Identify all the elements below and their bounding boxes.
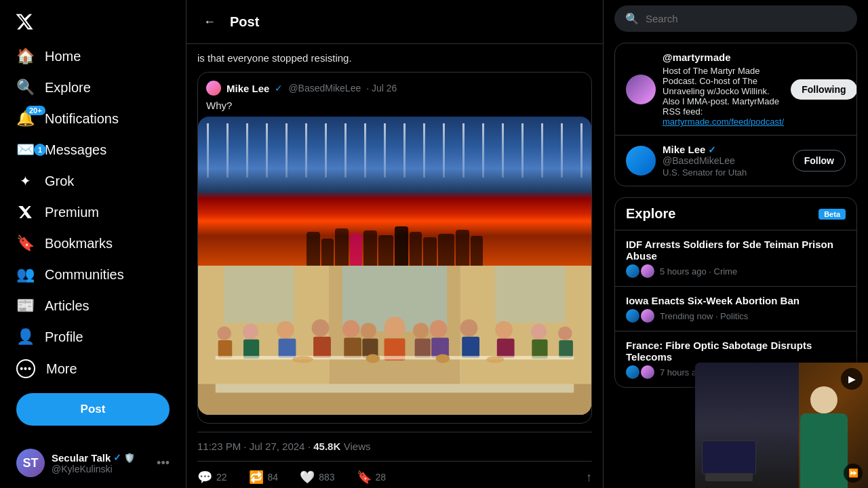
follow-bio-link[interactable]: martyrmade.com/feed/podcast/	[663, 117, 784, 127]
svg-point-14	[312, 319, 330, 337]
explore-avatar	[626, 309, 639, 323]
user-menu-dots[interactable]: •••	[157, 456, 170, 470]
sidebar-item-premium[interactable]: Premium	[8, 197, 178, 228]
explore-title: Explore	[626, 206, 675, 222]
explore-item-1[interactable]: Iowa Enacts Six-Week Abortion Ban Trendi…	[615, 287, 856, 331]
svg-rect-27	[462, 337, 479, 358]
follow-info: @martyrmade Host of The Martyr Made Podc…	[663, 52, 784, 127]
image-top	[198, 117, 591, 266]
like-action[interactable]: 🤍 883	[300, 470, 334, 485]
search-bar[interactable]: 🔍	[614, 5, 857, 32]
sidebar-item-more[interactable]: ••• More	[8, 352, 178, 385]
explore-item-0[interactable]: IDF Arrests Soldiers for Sde Teiman Pris…	[615, 230, 856, 287]
video-content: ▶ ⏩	[695, 363, 868, 488]
reply-icon: 💬	[197, 470, 212, 485]
svg-point-40	[486, 356, 504, 363]
quoted-handle: @BasedMikeLee	[288, 83, 361, 94]
sidebar-item-label: Messages	[45, 142, 106, 158]
svg-rect-21	[218, 340, 233, 358]
x-logo[interactable]	[8, 5, 41, 38]
articles-icon: 📰	[16, 297, 34, 314]
svg-point-26	[460, 319, 478, 337]
post-image	[198, 117, 591, 415]
following-button[interactable]: Following	[791, 79, 856, 100]
search-icon: 🔍	[625, 12, 639, 25]
home-icon: 🏠	[16, 47, 34, 65]
svg-point-32	[558, 326, 572, 340]
who-to-follow: @martyrmade Host of The Martyr Made Podc…	[614, 43, 857, 186]
page-title: Post	[230, 14, 259, 30]
sidebar-item-explore[interactable]: 🔍 Explore	[8, 72, 178, 103]
explore-icon: 🔍	[16, 79, 34, 96]
svg-point-24	[495, 321, 513, 339]
svg-point-22	[361, 323, 376, 338]
left-sidebar: 🏠 Home 🔍 Explore 🔔 20+ Notifications ✉️ …	[0, 0, 186, 488]
skip-button[interactable]: ⏩	[844, 464, 863, 483]
svg-point-34	[413, 323, 429, 338]
sidebar-item-profile[interactable]: 👤 Profile	[8, 321, 178, 352]
svg-point-39	[436, 354, 450, 363]
reply-action[interactable]: 💬 22	[197, 470, 227, 485]
messages-icon: ✉️ 1	[16, 141, 34, 159]
sidebar-item-messages[interactable]: ✉️ 1 Messages	[8, 134, 178, 165]
svg-point-18	[342, 320, 360, 338]
svg-point-38	[366, 354, 380, 363]
svg-point-20	[217, 326, 231, 340]
follow-avatar-mike	[626, 146, 656, 176]
sidebar-item-label: More	[46, 361, 77, 377]
svg-point-12	[277, 321, 294, 339]
explore-headline: France: Fibre Optic Sabotage Disrupts Te…	[626, 340, 846, 363]
quoted-name: Mike Lee	[226, 83, 269, 94]
svg-point-30	[430, 320, 448, 338]
explore-avatar-2	[641, 309, 654, 323]
svg-rect-33	[559, 340, 573, 358]
sidebar-item-communities[interactable]: 👥 Communities	[8, 259, 178, 290]
user-name: Secular Talk ✓ 🛡️	[52, 452, 150, 464]
grok-icon: ✦	[16, 172, 34, 190]
verified-icon: ✓	[708, 144, 716, 155]
sidebar-item-label: Notifications	[45, 111, 119, 127]
search-input[interactable]	[646, 13, 846, 24]
explore-headline: IDF Arrests Soldiers for Sde Teiman Pris…	[626, 239, 846, 262]
bookmark-action[interactable]: 🔖 28	[357, 470, 387, 485]
like-icon: 🤍	[300, 470, 315, 485]
quoted-verified-icon: ✓	[275, 83, 283, 94]
sidebar-item-label: Premium	[45, 205, 99, 220]
user-info: Secular Talk ✓ 🛡️ @KyleKulinski	[52, 452, 150, 474]
follow-button[interactable]: Follow	[793, 150, 846, 171]
explore-headline: Iowa Enacts Six-Week Abortion Ban	[626, 295, 846, 306]
sidebar-item-home[interactable]: 🏠 Home	[8, 41, 178, 72]
sidebar-user[interactable]: ST Secular Talk ✓ 🛡️ @KyleKulinski •••	[8, 443, 178, 483]
tweet-text: is that everyone stopped resisting.	[197, 52, 592, 64]
tweet-views-label: Views	[344, 441, 371, 452]
notifications-badge: 20+	[26, 106, 45, 115]
retweet-action[interactable]: 🔁 84	[249, 470, 279, 485]
communities-icon: 👥	[16, 266, 34, 283]
sidebar-item-articles[interactable]: 📰 Articles	[8, 290, 178, 321]
quoted-header: Mike Lee ✓ @BasedMikeLee · Jul 26	[198, 73, 591, 100]
main-content: ← Post is that everyone stopped resistin…	[186, 0, 604, 488]
sidebar-item-label: Home	[45, 49, 81, 64]
retweet-count: 84	[268, 472, 279, 483]
avatar: ST	[16, 449, 45, 477]
tweet-meta: 11:23 PM · Jul 27, 2024 · 45.8K Views	[197, 432, 592, 462]
profile-icon: 👤	[16, 328, 34, 346]
explore-meta: Trending now · Politics	[626, 309, 846, 323]
back-button[interactable]: ←	[197, 9, 222, 34]
sidebar-item-label: Explore	[45, 80, 91, 96]
share-action[interactable]: ↑	[586, 470, 592, 485]
follow-avatar	[626, 75, 656, 104]
more-icon: •••	[16, 359, 35, 378]
explore-avatars	[626, 365, 656, 379]
pip-video[interactable]: ▶ ⏩	[695, 363, 868, 488]
play-button[interactable]: ▶	[841, 368, 863, 390]
sidebar-item-label: Profile	[45, 329, 83, 345]
premium-icon	[16, 203, 34, 221]
sidebar-item-bookmarks[interactable]: 🔖 Bookmarks	[8, 228, 178, 259]
follow-name-mike: Mike Lee ✓	[663, 144, 786, 155]
explore-avatar	[626, 365, 639, 379]
sidebar-item-grok[interactable]: ✦ Grok	[8, 165, 178, 197]
quoted-tweet[interactable]: Mike Lee ✓ @BasedMikeLee · Jul 26 Why?	[197, 72, 592, 424]
post-button[interactable]: Post	[16, 393, 170, 426]
sidebar-item-notifications[interactable]: 🔔 20+ Notifications	[8, 103, 178, 134]
